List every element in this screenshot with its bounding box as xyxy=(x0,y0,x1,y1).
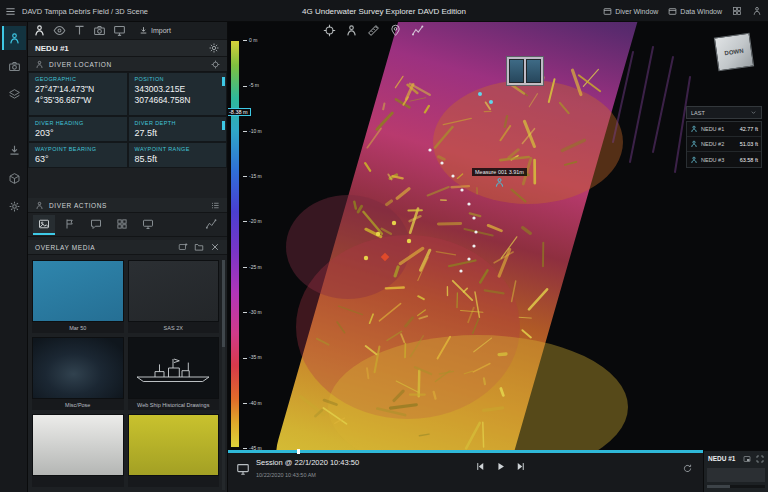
diver-feed-panel: NEDU #1 xyxy=(703,450,768,492)
waypoint-range-label: WAYPOINT RANGE xyxy=(135,146,221,152)
diver-list-row[interactable]: NEDU #2 51.03 ft xyxy=(687,137,761,152)
position-accent xyxy=(222,77,225,86)
diver-list-row[interactable]: NEDU #3 63.58 ft xyxy=(687,152,761,167)
session-monitor-icon xyxy=(236,462,250,476)
tab-diver[interactable] xyxy=(33,24,46,37)
rail-item-camera[interactable] xyxy=(2,54,26,78)
media-item[interactable] xyxy=(32,414,124,487)
action-grid-button[interactable] xyxy=(111,215,133,235)
diver-list-filter-label: LAST xyxy=(691,110,705,116)
user-icon[interactable] xyxy=(752,6,762,16)
depth-colorbar xyxy=(230,40,240,448)
chat-icon xyxy=(90,218,102,230)
path-icon xyxy=(205,218,217,230)
waypoint-range-value: 85.5ft xyxy=(135,154,221,164)
feed-panel-title: NEDU #1 xyxy=(708,455,735,462)
action-display-button[interactable] xyxy=(137,215,159,235)
play-icon[interactable] xyxy=(495,461,506,472)
list-icon[interactable] xyxy=(211,201,220,210)
overlay-media-header[interactable]: OVERLAY MEDIA xyxy=(28,240,227,255)
import-button[interactable]: Import xyxy=(139,26,171,35)
diver-tool-icon[interactable] xyxy=(345,24,358,37)
target-icon[interactable] xyxy=(211,60,220,69)
media-item[interactable]: SAS 2X xyxy=(128,260,220,333)
media-label: Web Ship Historical Drawings xyxy=(128,399,220,410)
depth-label: DIVER DEPTH xyxy=(135,120,221,126)
diver-list-row[interactable]: NEDU #1 42.77 ft xyxy=(687,122,761,137)
layers-icon xyxy=(8,88,21,101)
diver-name: NEDU #1 xyxy=(701,126,724,132)
data-window-button[interactable]: Data Window xyxy=(668,7,722,16)
diver-list-filter-dropdown[interactable]: LAST xyxy=(686,106,762,119)
timeline-playhead[interactable] xyxy=(297,449,300,454)
position-northing: 3074664.758N xyxy=(135,95,221,106)
rail-item-diver-scene[interactable] xyxy=(2,26,26,50)
depth-cell: DIVER DEPTH 27.5ft xyxy=(128,116,228,142)
playback-controls xyxy=(475,461,526,472)
diver-thumbnail xyxy=(509,59,524,83)
left-icon-rail xyxy=(0,22,28,492)
close-icon[interactable] xyxy=(210,242,220,252)
diver-billboard[interactable] xyxy=(506,56,544,86)
action-path-button[interactable] xyxy=(200,215,222,235)
loop-icon[interactable] xyxy=(682,463,693,474)
media-item[interactable]: Mar 50 xyxy=(32,260,124,333)
expand-icon[interactable] xyxy=(756,455,764,463)
diver-list-panel: LAST NEDU #1 42.77 ft NEDU #2 51.03 ft N… xyxy=(686,106,762,168)
heading-value: 203° xyxy=(35,128,121,138)
session-subtitle: 10/22/2020 10:43:50 AM xyxy=(256,472,316,478)
depth-value: 27.5ft xyxy=(135,128,221,138)
nav-cube[interactable]: DOWN xyxy=(714,33,754,72)
folder-icon[interactable] xyxy=(194,242,204,252)
measurement-label[interactable]: Measure 001 3.91m xyxy=(472,168,527,176)
step-forward-icon[interactable] xyxy=(515,461,526,472)
rail-item-settings[interactable] xyxy=(2,194,26,218)
waypoint-range-cell: WAYPOINT RANGE 85.5ft xyxy=(128,142,228,168)
diver-range: 51.03 ft xyxy=(740,141,758,147)
add-image-icon[interactable] xyxy=(178,242,188,252)
media-item[interactable]: Web Ship Historical Drawings xyxy=(128,337,220,410)
step-back-icon[interactable] xyxy=(475,461,486,472)
media-item[interactable] xyxy=(128,414,220,487)
session-timeline[interactable] xyxy=(228,450,703,453)
unit-settings-gear-icon[interactable] xyxy=(208,42,220,54)
tab-display[interactable] xyxy=(113,24,126,37)
feed-preview[interactable] xyxy=(707,468,765,482)
media-scrollbar[interactable] xyxy=(222,260,225,490)
pip-icon[interactable] xyxy=(743,455,751,463)
gear-icon xyxy=(8,200,21,213)
action-media-button[interactable] xyxy=(33,215,55,235)
tab-camera[interactable] xyxy=(93,24,106,37)
rail-item-assets[interactable] xyxy=(2,166,26,190)
diver-position-marker[interactable] xyxy=(494,176,505,189)
grid-layout-icon[interactable] xyxy=(732,6,742,16)
diver-icon xyxy=(8,32,21,45)
rail-item-layers[interactable] xyxy=(2,82,26,106)
feed-scrollbar[interactable] xyxy=(707,485,765,488)
diver-location-header[interactable]: DIVER LOCATION xyxy=(28,57,227,72)
action-flag-button[interactable] xyxy=(59,215,81,235)
action-chat-button[interactable] xyxy=(85,215,107,235)
box-icon xyxy=(8,172,21,185)
diver-range: 42.77 ft xyxy=(740,126,758,132)
diver-actions-header[interactable]: DIVER ACTIONS xyxy=(28,198,227,213)
sonar-3d-scene[interactable]: DOWN Measure 001 3.91m LAST NEDU #1 42.7… xyxy=(228,22,768,450)
waypoint-tool-icon[interactable] xyxy=(389,24,402,37)
panel-tabs: Import xyxy=(28,22,227,40)
diver-icon xyxy=(35,201,44,210)
menu-icon[interactable] xyxy=(5,6,16,17)
diver-icon xyxy=(690,156,698,164)
path-tool-icon[interactable] xyxy=(411,24,424,37)
center-target-icon[interactable] xyxy=(323,24,336,37)
geographic-cell: GEOGRAPHIC 27°47'14.473"N 4°35'36.667"W xyxy=(28,72,128,116)
diver-window-button[interactable]: Diver Window xyxy=(603,7,658,16)
tab-visibility[interactable] xyxy=(53,24,66,37)
diver-depth-marker: -8.38 m xyxy=(226,108,251,116)
tab-annotations[interactable] xyxy=(73,24,86,37)
diver-range: 63.58 ft xyxy=(740,157,758,163)
media-label xyxy=(32,476,124,487)
measure-tool-icon[interactable] xyxy=(367,24,380,37)
app-window: DAVD Tampa Debris Field / 3D Scene 4G Un… xyxy=(0,0,768,492)
media-item[interactable]: Misc/Pose xyxy=(32,337,124,410)
rail-item-import[interactable] xyxy=(2,138,26,162)
